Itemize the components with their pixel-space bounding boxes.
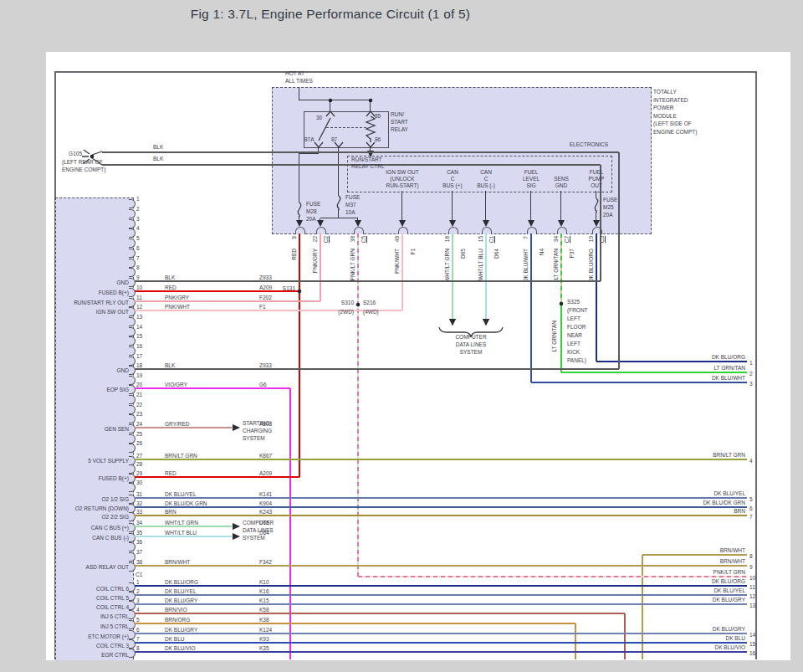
edge-pin-number t num: 10 xyxy=(749,575,755,582)
wire-color-label: DK BLU/ORG xyxy=(588,249,596,282)
wire-color-label: RED xyxy=(291,249,299,260)
splice-label: S325 xyxy=(567,299,580,306)
pin-bracket xyxy=(129,620,136,629)
relay-pin-label t num: 87A xyxy=(304,136,315,144)
system-ref-label: STARTING/ xyxy=(243,420,271,428)
wire-color-label: WHT/LT BLU xyxy=(478,249,485,280)
hot-at-label: HOT AT xyxy=(285,70,304,78)
fuse-label: 20A xyxy=(603,212,613,219)
internal-wire xyxy=(299,153,319,154)
pin-number t num: 37 xyxy=(136,549,142,557)
wire xyxy=(289,388,291,659)
edge-pin-number t num: 15 xyxy=(749,641,755,649)
splice-label: S310 xyxy=(329,300,354,307)
pin-bracket xyxy=(129,424,136,433)
tipm-pin-bracket xyxy=(316,227,326,234)
edge-wire-label: BRN/WHT xyxy=(627,547,745,555)
pin-bracket xyxy=(129,357,136,366)
wire xyxy=(618,152,620,369)
internal-wire xyxy=(560,191,561,220)
pin-bracket xyxy=(129,346,136,356)
internal-wire xyxy=(338,147,339,196)
relay-name-label: RELAY xyxy=(391,126,408,134)
pin-bracket xyxy=(129,327,136,336)
system-ref-label: DATA LINES xyxy=(437,341,504,349)
pin-number t num: 26 xyxy=(136,440,142,448)
relay-dashed-link xyxy=(326,127,366,128)
pin-bracket xyxy=(129,464,136,474)
wire xyxy=(402,233,403,310)
relay-pin-label t num: 87 xyxy=(331,136,337,144)
pin-function-label: CAN C BUS (+) xyxy=(55,525,129,532)
wire-color-label: LT GRN/TAN xyxy=(551,321,559,352)
circuit-id: N4 xyxy=(539,249,546,255)
edge-wire-label: DK BLU/VIO xyxy=(627,644,745,652)
tipm-name-label: ENGINE COMPT) xyxy=(653,129,697,136)
tipm-name-label: POWER xyxy=(653,105,674,112)
edge-pin-number t num: 14 xyxy=(749,632,755,639)
internal-wire xyxy=(299,100,371,100)
circuit-id: F1 xyxy=(410,249,417,255)
internal-wire xyxy=(596,191,596,198)
wire-color-label: PNK/WHT xyxy=(394,249,402,274)
pin-bracket xyxy=(129,601,136,610)
electronics-column-label: RUN-START) xyxy=(381,182,424,190)
edge-pin-number t num: 1 xyxy=(749,360,753,367)
pin-bracket xyxy=(129,405,136,414)
arrow-down-icon xyxy=(483,319,489,326)
wire-color-label: LT GRN/TAN xyxy=(553,249,560,280)
edge-wire-label: DK BLU/YEL xyxy=(627,490,745,498)
pin-bracket xyxy=(129,592,136,601)
wire xyxy=(135,536,232,537)
pin-bracket xyxy=(129,249,136,258)
wire xyxy=(135,300,320,302)
splice-label: (2WD) xyxy=(327,309,354,316)
internal-wire xyxy=(320,218,358,218)
wire-color-label: WHT/LT GRN xyxy=(444,249,452,282)
arrow-down-icon xyxy=(355,220,361,227)
edge-pin-number t num: 2 xyxy=(749,371,753,378)
pin-number t num: 28 xyxy=(136,461,142,469)
pin-number t num: 1 xyxy=(136,196,140,203)
arrow-down-icon xyxy=(317,220,324,227)
internal-wire xyxy=(299,153,299,203)
pin-number t num: 6 xyxy=(136,245,140,253)
fuse-label: M25 xyxy=(603,204,614,212)
tipm-pin-bracket xyxy=(527,227,537,234)
diagram-layer: 9RED22C2PNK/GRY38C5PNK/LT GRN49F1PNK/WHT… xyxy=(46,52,790,660)
wire xyxy=(135,387,290,389)
edge-pin-number t num: 4 xyxy=(749,458,753,465)
system-ref-label: DATA LINES xyxy=(243,527,274,535)
pin-function-label: COIL CTRL 6 xyxy=(55,586,129,593)
arrow-right-icon xyxy=(233,533,240,540)
pin-number t num: 19 xyxy=(136,372,142,380)
pin-number t num: 17 xyxy=(136,353,142,361)
pin-function-label: INJ 5 CTRL xyxy=(55,623,129,631)
fuse-label: FUSE xyxy=(603,197,617,204)
wire xyxy=(135,623,575,624)
pin-function-label: COIL CTRL 4 xyxy=(55,604,129,612)
tipm-pin-number t num: 10 xyxy=(588,236,596,242)
tipm-name-label: TOTALLY xyxy=(653,89,677,96)
pin-bracket xyxy=(129,239,136,248)
pin-bracket xyxy=(129,649,136,658)
system-ref-label: COMPUTER xyxy=(437,334,504,341)
tipm-pin-bracket xyxy=(295,227,305,234)
relay-pin-label t num: 85 xyxy=(375,113,381,121)
pin-function-label: FUSED B(+) xyxy=(55,290,129,297)
internal-wire xyxy=(299,87,299,100)
pin-number t num: 22 xyxy=(136,402,142,409)
tipm-pin-number t num: 9 xyxy=(291,236,299,239)
wire xyxy=(299,233,300,477)
pin-bracket xyxy=(129,199,136,208)
wire xyxy=(485,233,487,319)
wire xyxy=(320,233,321,301)
fuse-label: FUSE xyxy=(345,194,360,202)
edge-wire-label: DK BLU xyxy=(627,635,745,643)
pin-function-label: GND xyxy=(55,367,129,375)
system-ref-label: CHARGING xyxy=(243,428,272,435)
fuse-label: M28 xyxy=(306,208,317,216)
tipm-pin-number t num: 7 xyxy=(523,236,530,239)
fuse-label: 20A xyxy=(306,216,316,223)
tipm-pin-bracket xyxy=(448,227,458,234)
